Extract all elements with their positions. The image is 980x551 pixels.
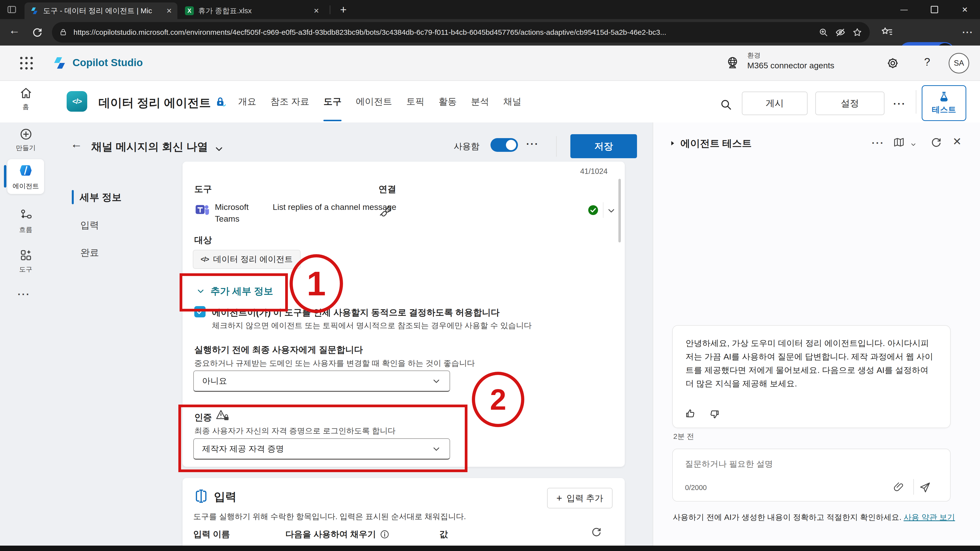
message-timestamp: 2분 전	[673, 432, 694, 441]
window-minimize-button[interactable]: —	[889, 0, 919, 19]
inputs-card: 입력 + 입력 추가 도구를 실행하기 위해 수락한 항목입니다. 입력은 표시…	[183, 478, 625, 551]
create-icon[interactable]	[19, 127, 33, 141]
test-button[interactable]: 테스트	[922, 85, 966, 121]
flows-icon[interactable]	[19, 209, 33, 222]
tab-analytics[interactable]: 분석	[471, 81, 489, 122]
annotation-circle-1: 1	[290, 254, 343, 313]
home-icon[interactable]	[19, 86, 33, 100]
browser-back-button[interactable]: ←	[9, 24, 20, 37]
plus-icon: +	[557, 493, 562, 504]
agent-nav-tabs: 개요 참조 자료 도구 에이전트 토픽 활동 분석 채널	[238, 81, 521, 122]
help-button[interactable]: ?	[924, 56, 930, 68]
map-chevron-icon[interactable]	[910, 141, 917, 148]
confirm-hint: 중요하거나 규제받는 도메인 또는 사용자를 변경할 때 확인을 하는 것이 좋…	[194, 358, 475, 369]
divider	[913, 479, 914, 495]
tab-channels[interactable]: 채널	[503, 81, 521, 122]
tab-activity[interactable]: 활동	[439, 81, 457, 122]
enabled-toggle[interactable]	[490, 138, 518, 152]
toolbar-more-icon[interactable]: ···	[526, 139, 539, 149]
refresh-icon[interactable]	[930, 136, 942, 148]
title-chevron-icon[interactable]	[214, 143, 224, 154]
rail-item-home[interactable]: 홈	[0, 102, 51, 111]
annotation-box-1	[180, 273, 288, 311]
connection-chevron-icon[interactable]	[606, 206, 616, 216]
window-close-button[interactable]: ✕	[950, 0, 980, 19]
rail-item-agents[interactable]: 에이전트	[7, 159, 44, 194]
tab-divider	[330, 5, 330, 14]
more-options-icon[interactable]: ···	[893, 98, 906, 110]
tools-icon[interactable]	[19, 248, 33, 262]
thumbs-up-icon[interactable]	[684, 408, 696, 420]
refresh-icon[interactable]	[590, 526, 602, 538]
url-text: https://copilotstudio.microsoft.com/envi…	[73, 28, 812, 37]
toggle-knob	[506, 140, 516, 150]
ai-disclaimer: 사용하기 전에 AI가 생성한 내용이 정확하고 적절한지 확인하세요. 사용 …	[673, 511, 957, 524]
tab-tools[interactable]: 도구	[323, 81, 342, 122]
chat-input-box[interactable]: 질문하거나 필요한 설명 0/2000	[672, 449, 951, 502]
settings-gear-icon[interactable]	[886, 57, 899, 70]
brand-name[interactable]: Copilot Studio	[73, 57, 143, 68]
new-tab-button[interactable]: +	[340, 3, 347, 16]
rail-item-flows[interactable]: 흐름	[0, 225, 51, 234]
zoom-icon[interactable]	[818, 27, 829, 38]
dynamic-use-hint: 체크하지 않으면 에이전트 또는 토픽에서 명시적으로 참조되는 경우에만 사용…	[212, 320, 531, 331]
favorite-star-icon[interactable]	[852, 27, 862, 38]
account-avatar[interactable]: SA	[949, 53, 969, 73]
tab-topics[interactable]: 토픽	[406, 81, 424, 122]
window-maximize-button[interactable]	[919, 0, 950, 19]
tab-overview[interactable]: 개요	[238, 81, 256, 122]
tab-agents[interactable]: 에이전트	[356, 81, 392, 122]
url-lock-icon	[59, 29, 67, 36]
annotation-circle-2: 2	[472, 372, 524, 427]
collapse-icon[interactable]	[669, 140, 676, 147]
terms-link[interactable]: 사용 약관 보기	[904, 513, 955, 522]
copilot-favicon-icon	[30, 6, 39, 15]
back-button[interactable]: ←	[70, 137, 82, 151]
favorites-bar-icon[interactable]	[881, 26, 893, 38]
url-address-bar[interactable]: https://copilotstudio.microsoft.com/envi…	[52, 22, 870, 43]
divider	[916, 90, 916, 114]
search-icon[interactable]	[720, 98, 732, 111]
target-label: 대상	[194, 234, 212, 246]
agent-header-bar: </> 데이터 정리 에이전트 개요 참조 자료 도구 에이전트 토픽 활동 분…	[0, 81, 980, 122]
detail-nav-details[interactable]: 세부 정보	[80, 191, 121, 204]
detail-nav-completion[interactable]: 완료	[80, 246, 99, 259]
agent-message-bubble: 안녕하세요, 가상 도우미 데이터 정리 에이전트입니다. 아시다시피 저는 가…	[672, 325, 951, 428]
column-fill-with: 다음을 사용하여 채우기	[285, 529, 390, 540]
tab-knowledge[interactable]: 참조 자료	[270, 81, 309, 122]
tab-close-icon[interactable]: ✕	[166, 7, 172, 15]
divider	[603, 202, 603, 218]
close-icon[interactable]: ✕	[953, 135, 962, 148]
info-icon[interactable]	[380, 529, 390, 539]
add-input-button[interactable]: + 입력 추가	[547, 488, 612, 508]
rail-item-create[interactable]: 만들기	[0, 143, 51, 152]
agent-title: 데이터 정리 에이전트	[99, 95, 211, 111]
scrollbar-thumb[interactable]	[618, 179, 621, 243]
tab-actions-icon[interactable]	[6, 4, 17, 15]
browser-menu-icon[interactable]: ···	[963, 27, 974, 38]
rail-item-tools[interactable]: 도구	[0, 265, 51, 274]
connection-plug-icon[interactable]	[378, 204, 392, 218]
confirm-dropdown[interactable]: 아니요	[193, 370, 450, 392]
publish-button[interactable]: 게시	[742, 92, 808, 115]
browser-refresh-icon[interactable]	[31, 27, 43, 38]
tab-title: 휴가 종합표.xlsx	[198, 6, 309, 16]
environment-name[interactable]: M365 connector agents	[747, 61, 834, 70]
tool-name: Microsoft Teams	[215, 201, 271, 225]
column-tool: 도구	[194, 183, 212, 195]
column-connection: 연결	[379, 183, 396, 195]
save-button[interactable]: 저장	[570, 134, 637, 158]
tracking-prevention-icon[interactable]	[835, 27, 846, 38]
detail-nav-inputs[interactable]: 입력	[80, 219, 99, 232]
activity-map-icon[interactable]	[893, 137, 905, 149]
browser-tab-excel[interactable]: X 휴가 종합표.xlsx ✕	[180, 2, 325, 19]
rail-more-icon[interactable]: ···	[18, 289, 30, 300]
send-icon[interactable]	[919, 481, 931, 494]
waffle-icon[interactable]	[20, 57, 33, 70]
settings-button[interactable]: 설정	[815, 92, 885, 115]
thumbs-down-icon[interactable]	[708, 408, 720, 420]
test-more-icon[interactable]: ···	[872, 138, 885, 149]
tab-close-icon[interactable]: ✕	[313, 7, 319, 15]
browser-tab-copilot[interactable]: 도구 - 데이터 정리 에이전트 | Mic ✕	[24, 2, 177, 19]
attach-icon[interactable]	[893, 481, 905, 493]
